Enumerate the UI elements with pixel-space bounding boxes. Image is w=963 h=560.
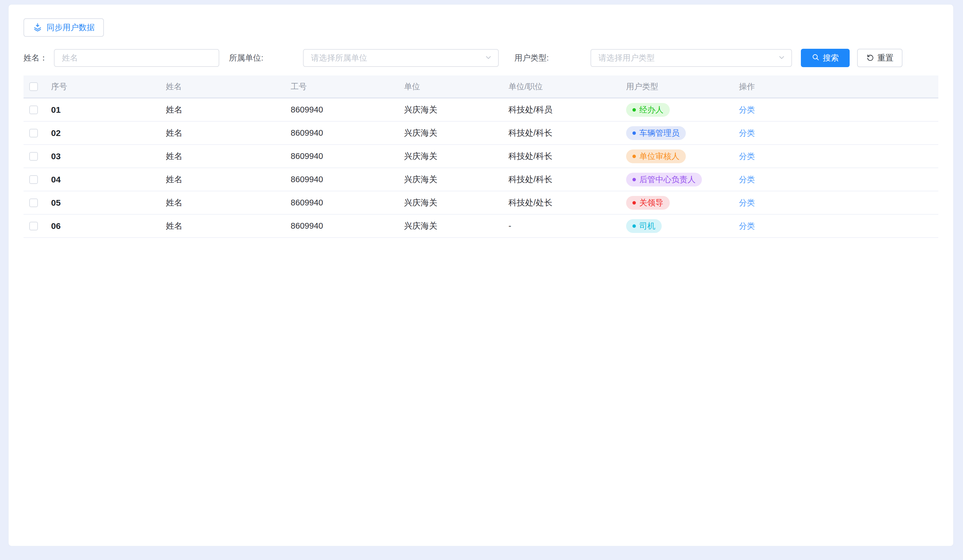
row-checkbox-cell [24, 105, 51, 114]
row-position: 科技处/科长 [509, 151, 626, 162]
row-checkbox-cell [24, 175, 51, 184]
row-actions-cell: 分类 [739, 104, 938, 115]
row-checkbox[interactable] [29, 152, 38, 161]
row-checkbox[interactable] [29, 222, 38, 230]
row-usertype-cell: 单位审核人 [626, 149, 739, 163]
sync-users-label: 同步用户数据 [47, 22, 95, 33]
user-type-label: 单位审核人 [639, 151, 679, 162]
row-index: 04 [51, 175, 166, 185]
row-index: 05 [51, 198, 166, 208]
row-checkbox[interactable] [29, 105, 38, 114]
unit-filter-select[interactable]: 请选择所属单位 [303, 49, 499, 67]
classify-link[interactable]: 分类 [739, 128, 755, 138]
table-header-checkbox-cell [24, 83, 51, 91]
row-actions-cell: 分类 [739, 151, 938, 162]
row-empno: 8609940 [291, 152, 404, 161]
sync-users-button[interactable]: 同步用户数据 [24, 18, 104, 37]
row-unit: 兴庆海关 [404, 197, 509, 209]
user-type-label: 车辆管理员 [639, 128, 679, 139]
row-index: 02 [51, 128, 166, 138]
row-usertype-cell: 车辆管理员 [626, 126, 739, 140]
row-actions-cell: 分类 [739, 128, 938, 139]
row-actions-cell: 分类 [739, 174, 938, 185]
row-usertype-cell: 后管中心负责人 [626, 173, 739, 186]
row-unit: 兴庆海关 [404, 220, 509, 232]
status-dot-icon [632, 131, 636, 135]
table-body: 01 姓名 8609940 兴庆海关 科技处/科员 经办人 分类 02 姓名 8… [24, 99, 938, 238]
content-card: 同步用户数据 姓名： 所属单位: 请选择所属单位 用户类型: 请选择用户类型 [8, 4, 954, 547]
status-dot-icon [632, 108, 636, 112]
classify-link[interactable]: 分类 [739, 175, 755, 184]
name-filter-input[interactable] [54, 49, 219, 67]
row-unit: 兴庆海关 [404, 127, 509, 139]
row-index: 06 [51, 221, 166, 231]
row-empno: 8609940 [291, 175, 404, 184]
row-usertype-cell: 经办人 [626, 103, 739, 117]
filter-bar: 姓名： 所属单位: 请选择所属单位 用户类型: 请选择用户类型 [24, 49, 938, 67]
row-position: 科技处/处长 [509, 197, 626, 209]
name-filter-label: 姓名： [24, 52, 48, 63]
row-position: - [509, 221, 626, 231]
user-type-badge: 司机 [626, 219, 662, 233]
user-type-badge: 单位审核人 [626, 149, 686, 163]
unit-filter-label: 所属单位: [229, 52, 263, 63]
row-position: 科技处/科长 [509, 127, 626, 139]
row-name: 姓名 [166, 174, 291, 185]
user-type-label: 经办人 [639, 104, 663, 115]
status-dot-icon [632, 224, 636, 228]
type-filter-select[interactable]: 请选择用户类型 [590, 49, 792, 67]
row-empno: 8609940 [291, 128, 404, 138]
table-row: 03 姓名 8609940 兴庆海关 科技处/科长 单位审核人 分类 [24, 145, 938, 168]
table-row: 06 姓名 8609940 兴庆海关 - 司机 分类 [24, 215, 938, 238]
table-row: 01 姓名 8609940 兴庆海关 科技处/科员 经办人 分类 [24, 99, 938, 121]
row-unit: 兴庆海关 [404, 151, 509, 162]
chevron-down-icon [485, 53, 493, 63]
row-unit: 兴庆海关 [404, 104, 509, 116]
column-header-unit: 单位 [404, 81, 509, 92]
chevron-down-icon [778, 53, 786, 63]
classify-link[interactable]: 分类 [739, 222, 755, 230]
table-row: 04 姓名 8609940 兴庆海关 科技处/科长 后管中心负责人 分类 [24, 168, 938, 191]
row-position: 科技处/科员 [509, 104, 626, 116]
user-type-label: 司机 [639, 221, 655, 231]
toolbar: 同步用户数据 [24, 18, 938, 37]
row-empno: 8609940 [291, 105, 404, 115]
column-header-position: 单位/职位 [509, 81, 626, 92]
row-name: 姓名 [166, 220, 291, 232]
row-position: 科技处/科长 [509, 174, 626, 185]
column-header-empno: 工号 [291, 81, 404, 92]
user-type-badge: 后管中心负责人 [626, 173, 702, 186]
user-type-badge: 经办人 [626, 103, 670, 117]
row-name: 姓名 [166, 151, 291, 162]
classify-link[interactable]: 分类 [739, 152, 755, 161]
row-name: 姓名 [166, 127, 291, 139]
users-table: 序号 姓名 工号 单位 单位/职位 用户类型 操作 01 姓名 8609940 … [24, 76, 938, 238]
refresh-left-icon [866, 53, 874, 63]
classify-link[interactable]: 分类 [739, 105, 755, 114]
row-checkbox[interactable] [29, 129, 38, 138]
search-button-label: 搜索 [823, 52, 839, 63]
select-all-checkbox[interactable] [29, 83, 38, 91]
row-checkbox-cell [24, 199, 51, 207]
user-type-label: 关领导 [639, 197, 663, 208]
row-index: 01 [51, 105, 166, 115]
row-actions-cell: 分类 [739, 197, 938, 208]
table-header-row: 序号 姓名 工号 单位 单位/职位 用户类型 操作 [24, 76, 938, 99]
row-checkbox[interactable] [29, 199, 38, 207]
classify-link[interactable]: 分类 [739, 198, 755, 207]
table-row: 05 姓名 8609940 兴庆海关 科技处/处长 关领导 分类 [24, 191, 938, 215]
unit-select-placeholder: 请选择所属单位 [311, 52, 367, 63]
row-usertype-cell: 司机 [626, 219, 739, 233]
reset-button[interactable]: 重置 [857, 49, 903, 67]
type-select-placeholder: 请选择用户类型 [598, 52, 655, 63]
user-type-badge: 关领导 [626, 196, 670, 210]
row-name: 姓名 [166, 104, 291, 116]
row-usertype-cell: 关领导 [626, 196, 739, 210]
search-button[interactable]: 搜索 [801, 49, 850, 67]
column-header-usertype: 用户类型 [626, 81, 739, 92]
search-icon [812, 53, 820, 63]
row-checkbox-cell [24, 222, 51, 230]
row-checkbox[interactable] [29, 175, 38, 184]
table-row: 02 姓名 8609940 兴庆海关 科技处/科长 车辆管理员 分类 [24, 121, 938, 145]
column-header-name: 姓名 [166, 81, 291, 92]
